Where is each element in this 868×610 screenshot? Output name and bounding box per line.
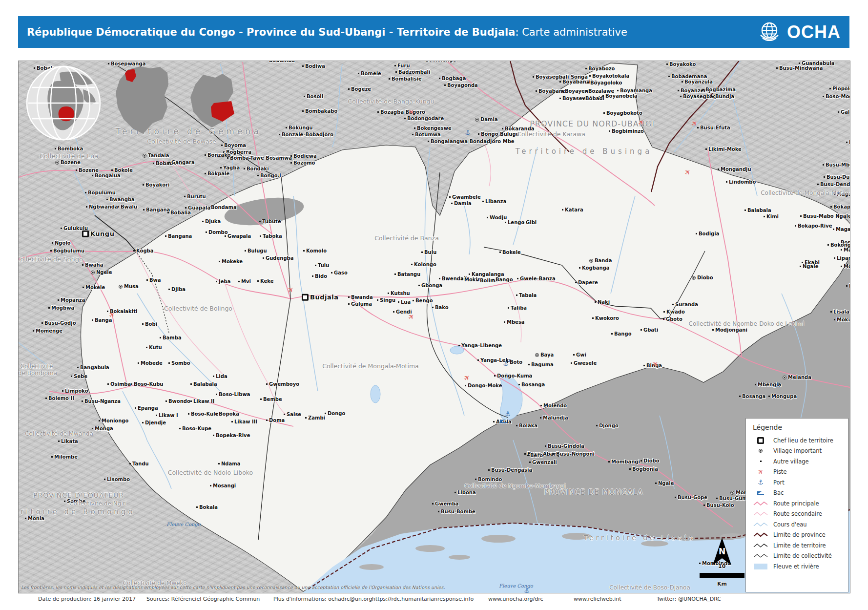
village-label: Bwa <box>149 277 161 283</box>
village-dot-icon <box>286 127 287 128</box>
village-marker: Osimba <box>107 381 131 387</box>
village-label: Kwado <box>666 309 685 315</box>
village-dot-icon <box>830 311 832 313</box>
village-dot-icon <box>505 222 506 223</box>
village-important-icon <box>55 160 59 164</box>
village-dot-icon <box>439 278 440 279</box>
village-marker: Bango <box>611 331 632 337</box>
village-dot-icon <box>799 63 800 64</box>
village-dot-icon <box>220 167 222 168</box>
village-label: Balabala <box>747 208 771 213</box>
village-marker: Boyagbokoto <box>603 110 642 116</box>
sud-ubangi-province-inset <box>188 73 236 132</box>
village-label: Yagba <box>223 165 240 170</box>
village-dot-icon <box>469 273 470 275</box>
village-label: Tabala <box>519 293 537 298</box>
village-dot-icon <box>331 272 332 273</box>
village-dot-icon <box>48 307 50 309</box>
village-label: Busu-Nganza <box>84 399 121 404</box>
village-marker: Burutu <box>184 194 206 199</box>
village-dot-icon <box>348 88 350 90</box>
village-marker: Modjongani <box>712 327 747 333</box>
village-label: Kutshu <box>391 291 410 296</box>
village-marker: Bokungu <box>286 125 313 130</box>
map-canvas: BobalamaBosepwangaBodumbaBodiwaBomeleFur… <box>18 61 850 593</box>
village-dot-icon <box>257 175 259 176</box>
village-dot-icon <box>504 321 505 323</box>
village-label: Boyakoko <box>669 62 696 67</box>
village-marker: Bako <box>432 305 449 310</box>
village-label: Bomba-Tawe Bosamwa <box>230 155 292 161</box>
fleuve-legend-icon <box>753 564 768 569</box>
ocha-logo-text: OCHA <box>787 22 841 42</box>
village-marker: Gale <box>838 109 850 115</box>
village-label: Osimba <box>110 381 131 387</box>
village-label: Likaw I <box>159 413 178 418</box>
village-dot-icon <box>663 311 665 313</box>
village-marker: Kogbanga <box>579 265 610 271</box>
village-label: Busu-Mabo Ngale <box>803 213 850 219</box>
village-dot-icon <box>455 492 456 493</box>
village-dot-icon <box>393 311 394 313</box>
village-marker: Maluku <box>841 247 850 252</box>
village-marker: Bengo <box>413 298 433 303</box>
village-dot-icon <box>398 301 399 303</box>
village-dot-icon <box>617 90 619 91</box>
village-marker: Boyakotokala <box>589 73 629 79</box>
village-marker: Gbati <box>641 327 658 333</box>
village-label: Taliba <box>511 305 527 311</box>
village-label: Bombakabo <box>305 108 337 114</box>
village-label: Jeba <box>219 279 230 284</box>
village-marker: Bwondo <box>165 399 190 404</box>
village-label: Ngale <box>803 264 819 269</box>
village-dot-icon <box>414 127 415 129</box>
village-label: Boyanobela <box>605 93 638 99</box>
admin-area-label: Collectivité de Banza <box>374 234 439 242</box>
village-marker: Moniongo <box>99 418 128 423</box>
village-dot-icon <box>477 280 478 281</box>
village-label: Piopolo <box>832 86 850 91</box>
village-marker: Bodiwa <box>302 63 325 69</box>
village-dot-icon <box>668 76 670 77</box>
admin-area-label: Collectivité de Boso-Djanoa <box>609 584 690 591</box>
village-label: Bwondo <box>168 399 190 404</box>
village-dot-icon <box>458 345 460 346</box>
village-dot-icon <box>25 518 26 519</box>
village-label: Bodumba <box>269 61 295 63</box>
footer-item: Plus d'informations: ochadrc@un.org <box>273 596 372 602</box>
village-label: Bogbaga <box>442 76 466 81</box>
village-marker: Damia <box>451 201 472 206</box>
village-label: Bongo I <box>260 173 281 178</box>
village-dot-icon <box>52 242 53 244</box>
village-marker: Lua <box>398 299 411 305</box>
village-label: Boso-Kupe <box>182 426 211 431</box>
village-label: Boso-Kubu <box>134 381 163 387</box>
village-label: Bwangba <box>109 197 135 202</box>
village-marker: Bulugu <box>245 248 267 253</box>
village-dot-icon <box>104 479 105 480</box>
village-marker: Bobalia <box>167 210 191 215</box>
village-marker: Likaw I <box>156 413 178 418</box>
village-dot-icon <box>77 367 79 368</box>
village-marker: Bolaka <box>516 423 537 428</box>
village-label: Milombe <box>54 454 78 460</box>
village-label: Mongandju <box>721 167 751 172</box>
village-dot-icon <box>50 250 52 252</box>
village-label: Bokungu <box>289 125 313 130</box>
village-marker: Monga <box>92 426 113 431</box>
important-legend-icon <box>753 449 768 453</box>
village-label: Gboto <box>666 316 682 322</box>
village-dot-icon <box>585 90 587 92</box>
village-label: Bero <box>530 453 543 458</box>
village-dot-icon <box>279 134 280 135</box>
village-label: Mombia <box>849 283 850 289</box>
village-label: Ngale <box>658 481 674 486</box>
village-label: Ngbwanda <box>89 204 118 210</box>
village-marker: Bundja <box>712 94 734 99</box>
village-dot-icon <box>800 266 801 267</box>
limite-province-legend-icon <box>753 532 768 538</box>
village-dot-icon <box>718 168 719 170</box>
village-dot-icon <box>213 376 214 377</box>
village-marker: Boyoma <box>221 143 246 148</box>
village-dot-icon <box>168 289 170 290</box>
